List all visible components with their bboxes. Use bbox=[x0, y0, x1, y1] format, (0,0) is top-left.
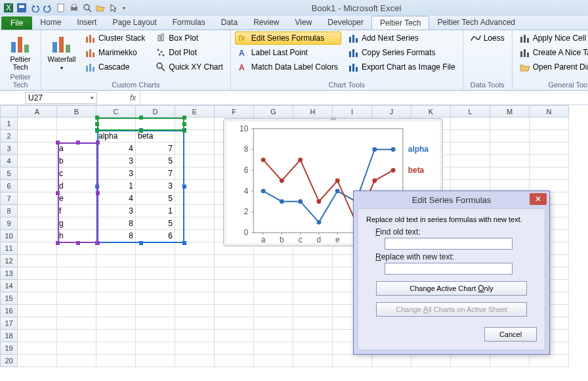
cell[interactable] bbox=[175, 143, 215, 155]
row-header[interactable]: 2 bbox=[1, 130, 18, 143]
cell[interactable] bbox=[372, 355, 411, 367]
cell[interactable] bbox=[490, 130, 530, 143]
cell[interactable] bbox=[96, 355, 136, 367]
cell[interactable] bbox=[175, 267, 215, 280]
row-header[interactable]: 14 bbox=[1, 280, 18, 292]
cell[interactable]: 8 bbox=[96, 230, 136, 242]
cell[interactable] bbox=[254, 267, 293, 280]
dot-plot-button[interactable]: Dot Plot bbox=[152, 46, 226, 59]
cell[interactable] bbox=[18, 130, 57, 143]
undo-icon[interactable] bbox=[29, 2, 41, 14]
formula-input[interactable] bbox=[140, 91, 588, 104]
peltier-tech-button[interactable]: PeltierTech bbox=[4, 32, 37, 72]
waterfall-button[interactable]: Waterfall ▾ bbox=[45, 32, 78, 80]
cell[interactable] bbox=[175, 280, 215, 292]
cell[interactable] bbox=[57, 355, 96, 367]
selection-handle[interactable] bbox=[95, 129, 99, 133]
replace-input[interactable] bbox=[385, 263, 513, 275]
col-header[interactable]: N bbox=[530, 106, 569, 118]
cell[interactable] bbox=[57, 317, 96, 330]
tab-peltier-tech-advanced[interactable]: Peltier Tech Advanced bbox=[429, 16, 523, 30]
selection-handle[interactable] bbox=[56, 191, 60, 195]
cell[interactable] bbox=[451, 355, 490, 367]
tab-file[interactable]: File bbox=[1, 16, 32, 30]
cell[interactable] bbox=[175, 255, 215, 267]
cell[interactable]: b bbox=[57, 155, 96, 168]
cell[interactable] bbox=[451, 168, 490, 180]
cell[interactable] bbox=[96, 292, 136, 305]
cell[interactable] bbox=[136, 330, 175, 342]
selection-handle[interactable] bbox=[95, 185, 99, 189]
selection-handle[interactable] bbox=[182, 241, 186, 245]
add-next-series-button[interactable]: Add Next Series bbox=[345, 32, 459, 45]
row-header[interactable]: 6 bbox=[1, 180, 18, 192]
selection-handle[interactable] bbox=[76, 241, 80, 245]
cell[interactable] bbox=[254, 330, 293, 342]
cell[interactable] bbox=[175, 217, 215, 230]
cell[interactable] bbox=[293, 330, 333, 342]
col-header[interactable]: E bbox=[175, 106, 215, 118]
cell[interactable]: d bbox=[57, 180, 96, 192]
cell[interactable] bbox=[175, 292, 215, 305]
change-active-button[interactable]: Change Active Chart Only bbox=[376, 281, 527, 296]
cell[interactable]: 8 bbox=[96, 217, 136, 230]
cell[interactable] bbox=[490, 155, 530, 168]
cell[interactable] bbox=[175, 342, 215, 355]
cluster-stack-button[interactable]: Cluster Stack bbox=[82, 32, 148, 45]
cell[interactable] bbox=[530, 118, 569, 130]
selection-handle[interactable] bbox=[182, 116, 186, 120]
label-last-point-button[interactable]: ALabel Last Point bbox=[235, 46, 341, 59]
cell[interactable] bbox=[490, 168, 530, 180]
selection-handle[interactable] bbox=[56, 141, 60, 145]
redo-icon[interactable] bbox=[42, 2, 54, 14]
cell[interactable] bbox=[136, 342, 175, 355]
cell[interactable] bbox=[451, 130, 490, 143]
row-header[interactable]: 1 bbox=[1, 118, 18, 130]
cell[interactable] bbox=[451, 118, 490, 130]
cell[interactable] bbox=[215, 255, 254, 267]
cell[interactable] bbox=[293, 342, 333, 355]
col-header[interactable]: A bbox=[18, 106, 57, 118]
cell[interactable] bbox=[96, 280, 136, 292]
cell[interactable] bbox=[18, 267, 57, 280]
cell[interactable] bbox=[18, 143, 57, 155]
row-header[interactable]: 20 bbox=[1, 355, 18, 367]
cell[interactable] bbox=[136, 267, 175, 280]
box-plot-button[interactable]: Box Plot bbox=[152, 32, 226, 45]
cell[interactable] bbox=[530, 355, 569, 367]
cell[interactable]: g bbox=[57, 217, 96, 230]
cell[interactable] bbox=[254, 342, 293, 355]
cell[interactable] bbox=[175, 317, 215, 330]
col-header[interactable]: J bbox=[372, 106, 411, 118]
selection-handle[interactable] bbox=[182, 185, 186, 189]
cell[interactable]: 3 bbox=[96, 168, 136, 180]
row-header[interactable]: 11 bbox=[1, 242, 18, 255]
cell[interactable] bbox=[254, 305, 293, 317]
selection-handle[interactable] bbox=[96, 191, 100, 195]
selection-handle[interactable] bbox=[76, 141, 80, 145]
cell[interactable] bbox=[451, 143, 490, 155]
save-icon[interactable] bbox=[16, 2, 28, 14]
cell[interactable]: 1 bbox=[96, 180, 136, 192]
col-header[interactable]: G bbox=[254, 106, 293, 118]
cell[interactable] bbox=[18, 255, 57, 267]
cell[interactable] bbox=[57, 280, 96, 292]
new-icon[interactable] bbox=[55, 2, 67, 14]
cell[interactable] bbox=[333, 355, 372, 367]
cell[interactable] bbox=[175, 305, 215, 317]
cell[interactable] bbox=[293, 267, 333, 280]
cell[interactable] bbox=[175, 242, 215, 255]
pointer-icon[interactable] bbox=[108, 2, 119, 14]
cell[interactable] bbox=[215, 305, 254, 317]
cell[interactable] bbox=[96, 330, 136, 342]
cell[interactable] bbox=[96, 305, 136, 317]
cell[interactable] bbox=[136, 280, 175, 292]
cell[interactable] bbox=[490, 355, 530, 367]
cell[interactable] bbox=[175, 230, 215, 242]
cell[interactable] bbox=[18, 280, 57, 292]
cell[interactable] bbox=[18, 330, 57, 342]
edit-series-formulas-button[interactable]: fxEdit Series Formulas bbox=[235, 32, 341, 45]
cell[interactable] bbox=[530, 143, 569, 155]
cell[interactable] bbox=[96, 242, 136, 255]
cell[interactable] bbox=[254, 280, 293, 292]
